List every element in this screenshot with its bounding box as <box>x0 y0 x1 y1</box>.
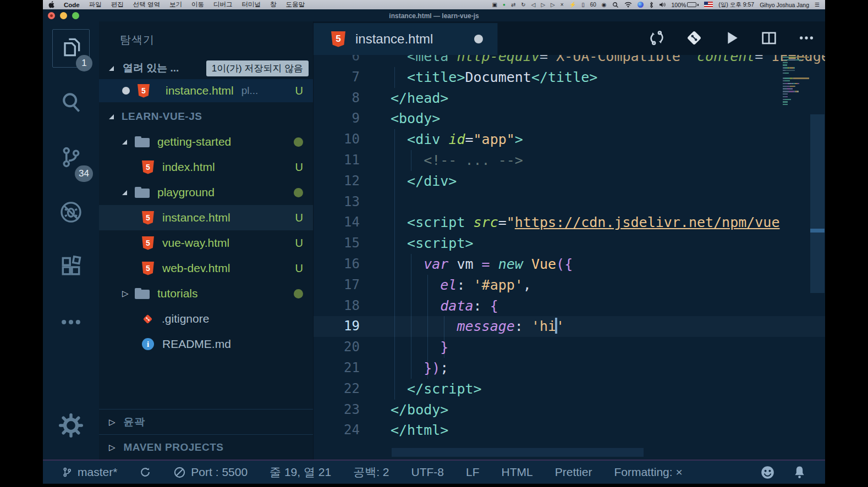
tree-folder-getting-started[interactable]: getting-started <box>99 129 313 154</box>
menu-1[interactable]: 파일 <box>89 1 102 9</box>
code-lines[interactable]: 6 <meta http-equiv="X-UA-Compatible" con… <box>314 55 825 441</box>
run-icon[interactable] <box>723 29 740 47</box>
media-play-icon[interactable]: ▷ <box>541 0 545 9</box>
code-line-16[interactable]: 16 var vm = new Vue({ <box>314 254 825 275</box>
modified-dot-icon[interactable] <box>474 35 483 43</box>
code-line-23[interactable]: 23</body> <box>314 400 825 420</box>
us-flag-icon[interactable] <box>704 2 713 8</box>
split-editor-icon[interactable] <box>760 29 778 47</box>
media-next-icon[interactable]: ▷ <box>551 0 555 9</box>
project-root-header[interactable]: LEARN-VUE-JS <box>99 104 313 129</box>
activity-debug[interactable] <box>52 194 90 233</box>
airplay-icon[interactable]: ◉ <box>602 0 607 9</box>
code-line-15[interactable]: 15 <script> <box>314 233 825 254</box>
code-line-6[interactable]: 6 <meta http-equiv="X-UA-Compatible" con… <box>314 55 825 67</box>
activity-explorer[interactable]: 1 <box>52 29 90 68</box>
activity-source-control[interactable]: 34 <box>52 139 90 178</box>
code-editor[interactable]: 6 <meta http-equiv="X-UA-Compatible" con… <box>314 55 825 460</box>
tree-file-vue-way-html[interactable]: 5vue-way.htmlU <box>99 230 313 256</box>
status-공백[interactable]: 공백: 2 <box>353 464 389 480</box>
menu-2[interactable]: 편집 <box>111 1 124 9</box>
bluetooth-icon[interactable] <box>649 2 653 8</box>
code-line-22[interactable]: 22 </script> <box>314 379 825 400</box>
sync-changes-icon[interactable] <box>648 29 666 47</box>
code-line-19[interactable]: 19 message: 'hi' <box>314 316 825 337</box>
shuffle-icon[interactable]: × <box>561 0 564 9</box>
screen-mirroring-icon[interactable]: ▣ <box>492 0 497 9</box>
status-bell-icon[interactable] <box>793 465 806 480</box>
siri-icon[interactable] <box>638 2 644 8</box>
glasses-icon[interactable]: 60 <box>590 0 596 9</box>
git-graph-icon[interactable] <box>685 29 703 47</box>
tree-file--gitignore[interactable]: .gitignore <box>99 306 313 331</box>
more-actions-icon[interactable] <box>798 29 815 47</box>
menu-app[interactable]: Code <box>64 2 80 8</box>
status-HTML[interactable]: HTML <box>502 466 533 479</box>
search-icon[interactable] <box>612 2 619 8</box>
code-line-8[interactable]: 8</head> <box>314 88 825 109</box>
menubar-clock[interactable]: (일) 오후 9:57 <box>718 1 754 9</box>
activity-more[interactable] <box>52 304 90 342</box>
menu-7[interactable]: 터미널 <box>241 1 261 9</box>
wifi-icon[interactable] <box>624 2 632 8</box>
tree-folder-tutorials[interactable]: ▷tutorials <box>99 281 313 306</box>
status-Prettier[interactable]: Prettier <box>555 466 592 479</box>
input-switch-icon[interactable]: ⇄ <box>511 0 515 9</box>
code-line-18[interactable]: 18 data: { <box>314 296 825 317</box>
code-line-7[interactable]: 7 <title>Document</title> <box>314 67 825 88</box>
code-line-17[interactable]: 17 el: '#app', <box>314 275 825 296</box>
menu-6[interactable]: 디버그 <box>213 1 233 9</box>
open-editors-header[interactable]: 열려 있는 ... 1이(가) 저장되지 않음 <box>99 57 313 79</box>
zoom-window-button[interactable] <box>72 12 79 19</box>
window-titlebar[interactable]: instance.html — learn-vue-js <box>43 9 825 21</box>
apple-icon[interactable] <box>48 1 54 8</box>
status-Port[interactable]: Port : 5500 <box>173 466 248 479</box>
status-Formatting[interactable]: Formatting: × <box>614 466 682 479</box>
notification-center-icon[interactable]: ☰ <box>815 0 820 9</box>
status-smiley-icon[interactable] <box>760 465 775 480</box>
code-line-9[interactable]: 9<body> <box>314 108 825 129</box>
minimize-window-button[interactable] <box>60 12 67 19</box>
code-line-13[interactable]: 13 <box>314 192 825 213</box>
close-window-button[interactable] <box>48 12 55 19</box>
tab-instance-html[interactable]: 5 instance.html <box>314 23 498 55</box>
status-master[interactable]: master* <box>62 466 117 479</box>
volume-icon[interactable] <box>659 2 666 8</box>
device-icon[interactable]: ▯ <box>581 0 585 9</box>
tree-file-README-md[interactable]: iREADME.md <box>99 331 313 357</box>
status-LF[interactable]: LF <box>466 466 480 479</box>
code-line-21[interactable]: 21 }); <box>314 358 825 379</box>
code-line-24[interactable]: 24</html> <box>314 420 825 441</box>
menu-3[interactable]: 선택 영역 <box>133 1 160 9</box>
tree-file-index-html[interactable]: 5index.htmlU <box>99 154 313 180</box>
menu-5[interactable]: 이동 <box>191 1 204 9</box>
menu-8[interactable]: 창 <box>270 1 277 9</box>
section-윤곽[interactable]: ▷윤곽 <box>99 409 313 434</box>
recording-dot-icon[interactable]: ● <box>503 0 506 9</box>
section-MAVEN PROJECTS[interactable]: ▷MAVEN PROJECTS <box>99 434 313 460</box>
status-줄[interactable]: 줄 19, 열 21 <box>270 464 331 480</box>
minimap[interactable] <box>783 57 809 107</box>
code-line-12[interactable]: 12 </div> <box>314 171 825 192</box>
code-line-11[interactable]: 11 <!-- ... --> <box>314 150 825 171</box>
status-sync-icon[interactable] <box>139 466 151 478</box>
activity-search[interactable] <box>52 84 90 123</box>
activity-extensions[interactable] <box>52 249 90 287</box>
open-editor-item[interactable]: 5instance.htmlpl...U <box>99 79 313 102</box>
activity-settings[interactable] <box>52 407 90 446</box>
media-prev-icon[interactable]: ◁ <box>531 0 536 9</box>
repeat-icon[interactable]: ↻ <box>521 0 525 9</box>
flash-icon[interactable]: ⚡ <box>569 0 576 9</box>
vertical-scrollbar-thumb[interactable] <box>810 114 825 293</box>
menu-4[interactable]: 보기 <box>169 1 182 9</box>
code-line-14[interactable]: 14 <script src="https://cdn.jsdelivr.net… <box>314 212 825 233</box>
tree-file-instance-html[interactable]: 5instance.htmlU <box>99 205 313 230</box>
tree-folder-playground[interactable]: playground <box>99 180 313 205</box>
code-line-20[interactable]: 20 } <box>314 337 825 358</box>
menubar-user[interactable]: Gihyo Joshua Jang <box>760 2 809 8</box>
horizontal-scrollbar-thumb[interactable] <box>392 448 644 457</box>
tree-file-web-dev-html[interactable]: 5web-dev.htmlU <box>99 256 313 281</box>
menu-9[interactable]: 도움말 <box>285 1 305 9</box>
status-UTF8[interactable]: UTF-8 <box>411 466 444 479</box>
code-line-10[interactable]: 10 <div id="app"> <box>314 129 825 150</box>
